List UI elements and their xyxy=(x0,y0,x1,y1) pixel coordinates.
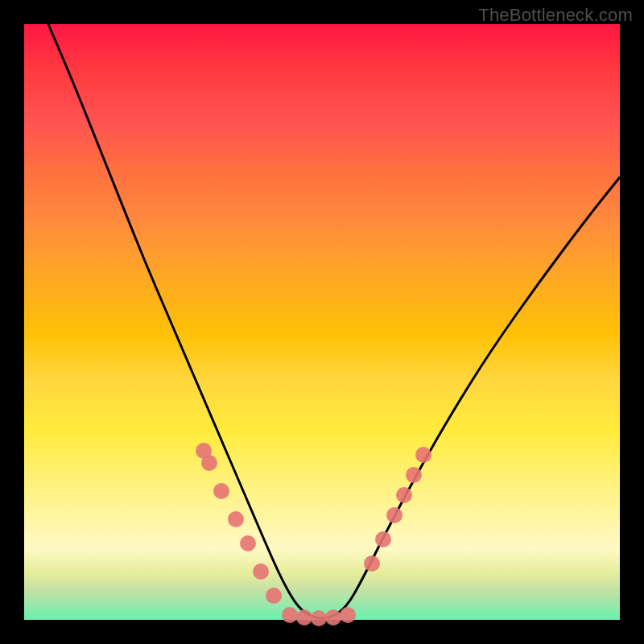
data-point xyxy=(201,455,217,471)
data-point xyxy=(282,607,298,623)
data-point xyxy=(386,507,402,523)
data-point xyxy=(228,511,244,527)
data-points xyxy=(196,443,431,626)
data-point xyxy=(311,610,327,626)
data-point xyxy=(364,555,380,572)
curve-svg xyxy=(24,24,620,620)
data-point xyxy=(266,588,282,604)
data-point xyxy=(240,535,256,551)
data-point xyxy=(213,483,229,499)
data-point xyxy=(325,609,341,625)
data-point xyxy=(253,564,269,580)
watermark-text: TheBottleneck.com xyxy=(478,5,633,26)
bottleneck-curve xyxy=(48,24,620,618)
data-point xyxy=(375,531,391,547)
data-point xyxy=(406,467,422,483)
data-point xyxy=(396,487,412,503)
data-point xyxy=(340,607,356,623)
data-point xyxy=(415,447,431,463)
chart-frame: TheBottleneck.com xyxy=(0,0,644,644)
data-point xyxy=(296,609,312,625)
